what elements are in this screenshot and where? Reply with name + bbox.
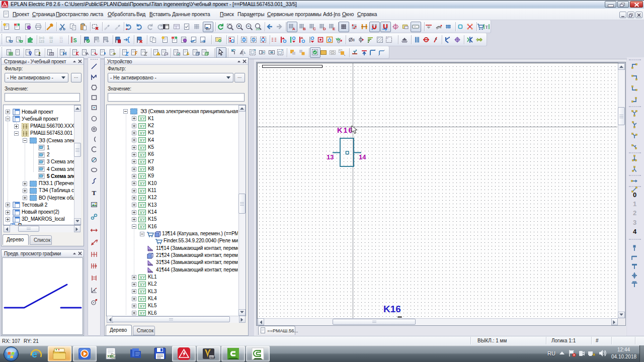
svg-text:B: B — [303, 27, 306, 31]
svg-text:A: A — [292, 27, 295, 31]
svg-text:XY: XY — [140, 196, 145, 201]
svg-text:XML: XML — [107, 354, 115, 358]
svg-text:XY: XY — [140, 304, 145, 309]
svg-text:XY: XY — [140, 138, 145, 143]
svg-text:123: 123 — [39, 40, 44, 43]
svg-text:PRO: PRO — [210, 356, 215, 359]
svg-text:D: D — [323, 27, 326, 31]
svg-text:8: 8 — [353, 38, 355, 42]
svg-text:e: e — [32, 348, 37, 359]
svg-text:XY: XY — [140, 167, 145, 172]
svg-text:12: 12 — [49, 40, 53, 43]
svg-text:E: E — [333, 27, 336, 31]
svg-text:XY: XY — [140, 160, 145, 164]
svg-text:100: 100 — [256, 28, 260, 31]
svg-text:XY: XY — [140, 182, 145, 186]
svg-text:00: 00 — [49, 36, 53, 40]
svg-text:XY: XY — [140, 218, 145, 222]
svg-text:XY: XY — [140, 117, 145, 121]
svg-text:T: T — [92, 189, 97, 197]
svg-text:!: ! — [593, 353, 594, 356]
svg-text:XY: XY — [140, 131, 145, 136]
svg-text:C: C — [313, 27, 316, 31]
svg-text:11: 11 — [59, 36, 63, 40]
svg-text:XY: XY — [140, 146, 145, 150]
svg-text:XY: XY — [140, 290, 145, 294]
svg-text:XY: XY — [140, 174, 145, 179]
svg-text:T: T — [486, 25, 489, 30]
svg-text:XY: XY — [140, 311, 145, 316]
svg-text:XY: XY — [140, 124, 145, 129]
svg-text:XY: XY — [140, 211, 145, 215]
svg-text:S: S — [73, 38, 77, 43]
svg-text:XY: XY — [140, 225, 145, 229]
svg-text:XY: XY — [140, 189, 145, 194]
svg-text:XY: XY — [140, 203, 145, 208]
svg-text:XY: XY — [140, 297, 145, 302]
svg-text:XY: XY — [140, 153, 145, 157]
svg-text:XY: XY — [140, 276, 145, 280]
svg-text:3+0: 3+0 — [39, 36, 44, 40]
svg-text:12: 12 — [59, 40, 63, 43]
svg-text:XY: XY — [140, 283, 145, 287]
